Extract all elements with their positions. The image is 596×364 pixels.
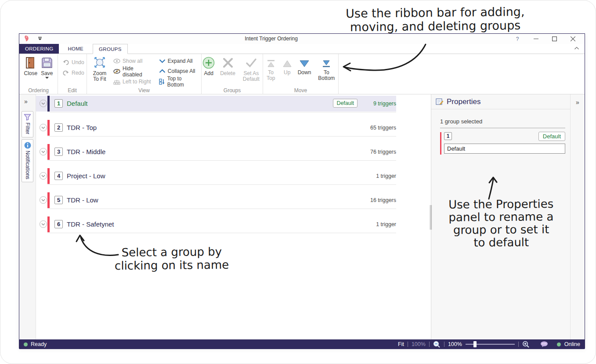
splitter-grip[interactable] — [430, 205, 432, 230]
layout-left-to-right-icon — [113, 79, 120, 85]
zoom-in-icon[interactable] — [522, 341, 530, 348]
undo-label: Undo — [72, 59, 84, 65]
collapse-all-button[interactable]: Collapse All — [157, 66, 199, 77]
row-expand-chevron-icon[interactable] — [40, 220, 47, 228]
group-row-tdr-top[interactable]: 2 TDR - Top 65 triggers — [36, 120, 396, 136]
expand-all-button[interactable]: Expand All — [157, 56, 199, 66]
add-plus-circle-icon — [202, 56, 215, 70]
zoom-value: 100% — [448, 341, 462, 347]
move-up-button[interactable]: Up — [281, 58, 293, 87]
set-as-default-label: Set As Default — [241, 71, 262, 82]
zoom-to-fit-button[interactable]: Zoom To Fit — [90, 55, 110, 87]
triangle-down-bar-icon — [322, 58, 331, 69]
save-label: Save — [41, 71, 53, 76]
close-button[interactable]: Close — [22, 55, 39, 87]
ribbon-group-move: To Top Up Down — [263, 54, 339, 94]
triangle-up-icon — [282, 58, 292, 69]
fit-button[interactable]: Fit — [398, 341, 404, 347]
group-name[interactable]: TDR - Safetynet — [67, 220, 114, 228]
trigger-count: 1 trigger — [376, 221, 396, 227]
redo-button[interactable]: Redo — [61, 68, 84, 78]
group-number: 2 — [54, 123, 63, 132]
left-panel-strip: » Filter Notifications — [19, 94, 36, 339]
ribbon-group-view: Zoom To Fit Show all Hide disabled — [87, 54, 202, 94]
delete-label: Delete — [220, 71, 235, 76]
show-all-button[interactable]: Show all — [112, 56, 155, 66]
notifications-tab[interactable]: Notifications — [22, 139, 33, 182]
move-to-bottom-button[interactable]: To Bottom — [315, 58, 337, 87]
default-badge: Default — [333, 99, 358, 108]
group-number: 6 — [54, 220, 63, 228]
move-to-top-button[interactable]: To Top — [264, 58, 278, 87]
tab-home[interactable]: HOME — [62, 44, 89, 54]
group-color-bar — [47, 96, 50, 112]
move-to-top-label: To Top — [265, 70, 277, 81]
row-expand-chevron-icon[interactable] — [40, 124, 47, 131]
group-number: 1 — [54, 99, 63, 108]
group-row-tdr-safetynet[interactable]: 6 TDR - Safetynet 1 trigger — [36, 216, 396, 232]
row-expand-chevron-icon[interactable] — [40, 196, 47, 204]
set-as-default-button[interactable]: Set As Default — [239, 55, 263, 87]
group-name[interactable]: Project - Low — [67, 172, 105, 180]
group-name[interactable]: TDR - Middle — [67, 148, 105, 155]
ribbon-group-label: Move — [263, 87, 338, 94]
info-icon — [24, 142, 31, 149]
undo-button[interactable]: Undo — [61, 57, 84, 68]
show-all-label: Show all — [123, 58, 142, 64]
row-separator — [47, 209, 396, 209]
group-name-input[interactable] — [444, 144, 565, 154]
group-row-default[interactable]: 1 Default Default 9 triggers — [36, 96, 396, 112]
selection-divider — [440, 128, 565, 128]
help-button[interactable]: ? — [508, 34, 527, 44]
zoom-slider[interactable] — [466, 341, 515, 347]
default-badge-button[interactable]: Default — [538, 132, 565, 141]
left-to-right-button[interactable]: Left to Right — [112, 77, 155, 87]
group-color-bar — [440, 132, 441, 155]
close-window-button[interactable] — [563, 34, 582, 44]
collapse-ribbon-icon[interactable] — [574, 47, 579, 50]
group-row-project-low[interactable]: 4 Project - Low 1 trigger — [36, 168, 396, 184]
zoom-out-icon[interactable] — [433, 341, 441, 348]
annotation-line: Use the ribbon bar for adding, — [328, 4, 543, 20]
row-expand-chevron-icon[interactable] — [40, 100, 47, 107]
tab-ordering[interactable]: ORDERING — [19, 44, 59, 54]
ribbon-group-label: Groups — [202, 87, 263, 94]
panel-splitter[interactable] — [431, 94, 432, 339]
filter-tab[interactable]: Filter — [22, 111, 33, 137]
group-row-tdr-low[interactable]: 5 TDR - Low 16 triggers — [36, 192, 396, 208]
ribbon-group-edit: Undo Redo Edit — [58, 54, 87, 94]
ready-status-dot — [24, 342, 28, 346]
group-name[interactable]: TDR - Top — [67, 124, 97, 131]
hide-disabled-button[interactable]: Hide disabled — [112, 66, 155, 77]
row-expand-chevron-icon[interactable] — [40, 172, 47, 180]
tab-groups[interactable]: GROUPS — [93, 44, 128, 54]
expand-left-panel-icon[interactable]: » — [24, 98, 28, 105]
window-title: Intent Trigger Ordering — [19, 36, 523, 42]
zoom-slider-handle[interactable] — [473, 341, 477, 347]
maximize-button[interactable] — [545, 34, 563, 44]
collapse-properties-icon[interactable]: » — [576, 99, 579, 106]
add-group-button[interactable]: Add — [201, 55, 216, 87]
group-number: 3 — [54, 148, 63, 156]
row-separator — [47, 184, 396, 185]
row-expand-chevron-icon[interactable] — [40, 148, 47, 155]
minimize-button[interactable] — [527, 34, 545, 44]
feedback-bubble-icon[interactable] — [540, 341, 548, 347]
save-dropdown-icon[interactable] — [45, 77, 49, 79]
redo-label: Redo — [72, 70, 84, 76]
funnel-icon — [24, 114, 31, 121]
move-down-button[interactable]: Down — [296, 58, 313, 87]
top-to-bottom-button[interactable]: Top to Bottom — [157, 76, 199, 87]
group-number: 1 — [444, 132, 452, 140]
add-label: Add — [204, 71, 213, 76]
chevron-down-icon — [159, 59, 166, 63]
row-separator — [47, 112, 396, 112]
delete-group-button[interactable]: Delete — [219, 55, 237, 87]
group-row-tdr-middle[interactable]: 3 TDR - Middle 76 triggers — [36, 144, 396, 160]
screenshot-frame: Use the ribbon bar for adding, moving, a… — [0, 0, 596, 364]
trigger-count: 16 triggers — [370, 197, 396, 203]
group-name[interactable]: TDR - Low — [67, 196, 98, 204]
group-name[interactable]: Default — [67, 100, 88, 107]
save-button[interactable]: Save — [40, 55, 54, 87]
ribbon-group-groups: Add Delete Set As Default — [202, 54, 263, 94]
